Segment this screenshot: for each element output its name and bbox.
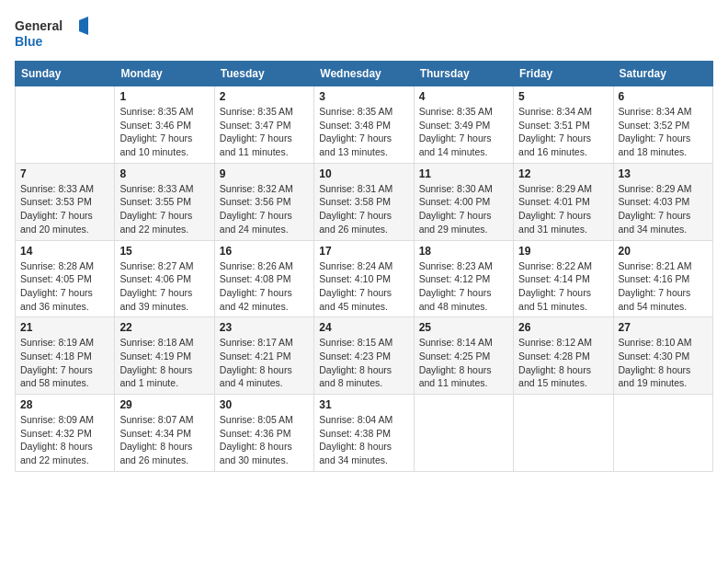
weekday-tuesday: Tuesday xyxy=(214,62,313,86)
week-row-4: 21Sunrise: 8:19 AM Sunset: 4:18 PM Dayli… xyxy=(16,317,713,395)
day-cell: 14Sunrise: 8:28 AM Sunset: 4:05 PM Dayli… xyxy=(16,240,115,317)
day-info: Sunrise: 8:04 AM Sunset: 4:38 PM Dayligh… xyxy=(319,413,408,467)
day-number: 5 xyxy=(518,90,608,103)
day-number: 22 xyxy=(119,321,209,334)
logo-svg: General Blue xyxy=(15,15,88,52)
day-cell xyxy=(414,395,513,472)
day-cell: 25Sunrise: 8:14 AM Sunset: 4:25 PM Dayli… xyxy=(414,317,513,395)
day-info: Sunrise: 8:34 AM Sunset: 3:52 PM Dayligh… xyxy=(619,105,708,159)
day-number: 24 xyxy=(319,321,408,334)
day-cell: 30Sunrise: 8:05 AM Sunset: 4:36 PM Dayli… xyxy=(214,395,313,472)
svg-marker-2 xyxy=(79,17,88,35)
day-info: Sunrise: 8:29 AM Sunset: 4:03 PM Dayligh… xyxy=(619,182,708,236)
day-info: Sunrise: 8:34 AM Sunset: 3:51 PM Dayligh… xyxy=(518,105,608,159)
day-info: Sunrise: 8:22 AM Sunset: 4:14 PM Dayligh… xyxy=(518,259,608,314)
day-number: 26 xyxy=(518,321,608,334)
day-cell: 12Sunrise: 8:29 AM Sunset: 4:01 PM Dayli… xyxy=(514,163,613,240)
day-info: Sunrise: 8:17 AM Sunset: 4:21 PM Dayligh… xyxy=(220,336,309,390)
day-info: Sunrise: 8:35 AM Sunset: 3:49 PM Dayligh… xyxy=(419,105,508,159)
day-number: 18 xyxy=(419,245,508,258)
page-header: General Blue xyxy=(15,15,713,52)
day-info: Sunrise: 8:19 AM Sunset: 4:18 PM Dayligh… xyxy=(20,336,109,390)
day-cell: 17Sunrise: 8:24 AM Sunset: 4:10 PM Dayli… xyxy=(314,240,414,317)
day-cell: 20Sunrise: 8:21 AM Sunset: 4:16 PM Dayli… xyxy=(613,240,712,317)
day-number: 16 xyxy=(220,245,309,258)
day-number: 25 xyxy=(419,321,508,334)
day-number: 13 xyxy=(619,167,708,180)
day-info: Sunrise: 8:35 AM Sunset: 3:46 PM Dayligh… xyxy=(119,105,209,159)
day-number: 10 xyxy=(319,167,408,180)
day-cell: 16Sunrise: 8:26 AM Sunset: 4:08 PM Dayli… xyxy=(214,240,313,317)
day-cell: 24Sunrise: 8:15 AM Sunset: 4:23 PM Dayli… xyxy=(314,317,414,395)
day-cell: 26Sunrise: 8:12 AM Sunset: 4:28 PM Dayli… xyxy=(514,317,613,395)
weekday-sunday: Sunday xyxy=(16,62,115,86)
day-number: 12 xyxy=(518,167,608,180)
day-number: 11 xyxy=(419,167,508,180)
day-info: Sunrise: 8:24 AM Sunset: 4:10 PM Dayligh… xyxy=(319,259,408,314)
logo: General Blue xyxy=(15,15,88,52)
day-cell: 1Sunrise: 8:35 AM Sunset: 3:46 PM Daylig… xyxy=(115,86,214,164)
day-cell: 9Sunrise: 8:32 AM Sunset: 3:56 PM Daylig… xyxy=(214,163,313,240)
day-info: Sunrise: 8:07 AM Sunset: 4:34 PM Dayligh… xyxy=(119,413,209,467)
day-number: 9 xyxy=(220,167,309,180)
day-info: Sunrise: 8:31 AM Sunset: 3:58 PM Dayligh… xyxy=(319,182,408,236)
weekday-saturday: Saturday xyxy=(613,62,712,86)
day-info: Sunrise: 8:18 AM Sunset: 4:19 PM Dayligh… xyxy=(119,336,209,390)
day-cell: 21Sunrise: 8:19 AM Sunset: 4:18 PM Dayli… xyxy=(16,317,115,395)
day-info: Sunrise: 8:10 AM Sunset: 4:30 PM Dayligh… xyxy=(619,336,708,390)
day-number: 6 xyxy=(619,90,708,103)
calendar-table: SundayMondayTuesdayWednesdayThursdayFrid… xyxy=(15,61,713,472)
day-cell: 11Sunrise: 8:30 AM Sunset: 4:00 PM Dayli… xyxy=(414,163,513,240)
day-number: 20 xyxy=(619,245,708,258)
day-number: 2 xyxy=(220,90,309,103)
day-info: Sunrise: 8:35 AM Sunset: 3:47 PM Dayligh… xyxy=(220,105,309,159)
day-number: 17 xyxy=(319,245,408,258)
day-cell xyxy=(16,86,115,164)
day-cell: 31Sunrise: 8:04 AM Sunset: 4:38 PM Dayli… xyxy=(314,395,414,472)
day-cell: 22Sunrise: 8:18 AM Sunset: 4:19 PM Dayli… xyxy=(115,317,214,395)
day-number: 8 xyxy=(119,167,209,180)
day-info: Sunrise: 8:14 AM Sunset: 4:25 PM Dayligh… xyxy=(419,336,508,390)
day-number: 31 xyxy=(319,398,408,411)
day-cell: 23Sunrise: 8:17 AM Sunset: 4:21 PM Dayli… xyxy=(214,317,313,395)
week-row-2: 7Sunrise: 8:33 AM Sunset: 3:53 PM Daylig… xyxy=(16,163,713,240)
weekday-wednesday: Wednesday xyxy=(314,62,414,86)
day-number: 19 xyxy=(518,245,608,258)
day-info: Sunrise: 8:26 AM Sunset: 4:08 PM Dayligh… xyxy=(220,259,309,314)
day-cell: 2Sunrise: 8:35 AM Sunset: 3:47 PM Daylig… xyxy=(214,86,313,164)
day-info: Sunrise: 8:12 AM Sunset: 4:28 PM Dayligh… xyxy=(518,336,608,390)
day-cell: 8Sunrise: 8:33 AM Sunset: 3:55 PM Daylig… xyxy=(115,163,214,240)
day-number: 28 xyxy=(20,398,109,411)
day-number: 3 xyxy=(319,90,408,103)
day-cell: 15Sunrise: 8:27 AM Sunset: 4:06 PM Dayli… xyxy=(115,240,214,317)
weekday-monday: Monday xyxy=(115,62,214,86)
weekday-header-row: SundayMondayTuesdayWednesdayThursdayFrid… xyxy=(16,62,713,86)
day-cell: 3Sunrise: 8:35 AM Sunset: 3:48 PM Daylig… xyxy=(314,86,414,164)
day-cell: 29Sunrise: 8:07 AM Sunset: 4:34 PM Dayli… xyxy=(115,395,214,472)
day-number: 14 xyxy=(20,245,109,258)
svg-text:Blue: Blue xyxy=(15,34,43,49)
day-info: Sunrise: 8:33 AM Sunset: 3:53 PM Dayligh… xyxy=(20,182,109,236)
day-info: Sunrise: 8:09 AM Sunset: 4:32 PM Dayligh… xyxy=(20,413,109,467)
weekday-thursday: Thursday xyxy=(414,62,513,86)
day-cell: 4Sunrise: 8:35 AM Sunset: 3:49 PM Daylig… xyxy=(414,86,513,164)
day-cell: 5Sunrise: 8:34 AM Sunset: 3:51 PM Daylig… xyxy=(514,86,613,164)
day-number: 4 xyxy=(419,90,508,103)
day-info: Sunrise: 8:27 AM Sunset: 4:06 PM Dayligh… xyxy=(119,259,209,314)
day-cell: 10Sunrise: 8:31 AM Sunset: 3:58 PM Dayli… xyxy=(314,163,414,240)
week-row-5: 28Sunrise: 8:09 AM Sunset: 4:32 PM Dayli… xyxy=(16,395,713,472)
day-info: Sunrise: 8:15 AM Sunset: 4:23 PM Dayligh… xyxy=(319,336,408,390)
day-cell: 19Sunrise: 8:22 AM Sunset: 4:14 PM Dayli… xyxy=(514,240,613,317)
day-info: Sunrise: 8:33 AM Sunset: 3:55 PM Dayligh… xyxy=(119,182,209,236)
day-cell xyxy=(514,395,613,472)
day-info: Sunrise: 8:35 AM Sunset: 3:48 PM Dayligh… xyxy=(319,105,408,159)
day-info: Sunrise: 8:32 AM Sunset: 3:56 PM Dayligh… xyxy=(220,182,309,236)
day-number: 7 xyxy=(20,167,109,180)
day-number: 15 xyxy=(119,245,209,258)
day-info: Sunrise: 8:23 AM Sunset: 4:12 PM Dayligh… xyxy=(419,259,508,314)
day-number: 27 xyxy=(619,321,708,334)
weekday-friday: Friday xyxy=(514,62,613,86)
day-info: Sunrise: 8:21 AM Sunset: 4:16 PM Dayligh… xyxy=(619,259,708,314)
day-cell: 13Sunrise: 8:29 AM Sunset: 4:03 PM Dayli… xyxy=(613,163,712,240)
day-cell: 7Sunrise: 8:33 AM Sunset: 3:53 PM Daylig… xyxy=(16,163,115,240)
